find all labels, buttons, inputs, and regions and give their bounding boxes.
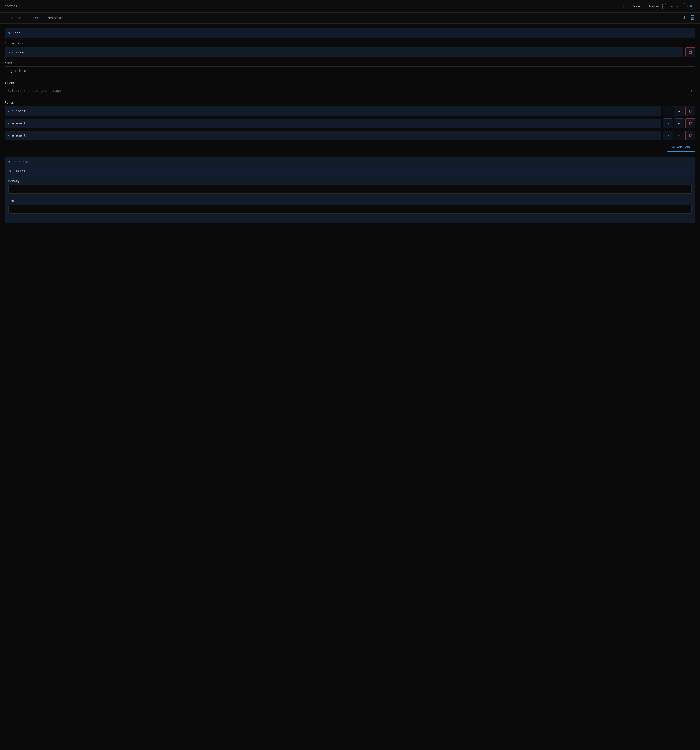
port-element-box-3[interactable]: ▶ element — [5, 131, 661, 140]
tabs-bar: Source Form Metadata — [0, 13, 700, 24]
port3-delete-button[interactable] — [685, 131, 695, 140]
image-label: Image — [5, 81, 695, 85]
container-element-box[interactable]: ▼ element — [5, 47, 683, 57]
add-item-row: ⊕ Add Item — [5, 143, 695, 152]
port3-down-button[interactable] — [674, 131, 684, 140]
svg-rect-0 — [682, 16, 684, 20]
spec-section-header[interactable]: ▼ Spec — [5, 28, 695, 38]
tab-form[interactable]: Form — [26, 13, 43, 23]
port1-down-button[interactable] — [674, 106, 684, 116]
spec-chevron-icon: ▼ — [8, 31, 10, 35]
ports-field-group: Ports ▶ element — [5, 101, 695, 152]
add-item-icon: ⊕ — [672, 145, 675, 149]
header-actions: ← → Scale Restart Deploy Diff — [608, 3, 695, 9]
port1-arrow-icon: ▶ — [8, 110, 9, 113]
port-element-box-1[interactable]: ▶ element — [5, 106, 661, 116]
name-label: Name — [5, 61, 695, 65]
app-title: EDITOR — [5, 5, 18, 8]
svg-rect-1 — [685, 16, 686, 20]
header: EDITOR ← → Scale Restart Deploy Diff — [0, 0, 700, 13]
port-element-row-1: ▶ element — [5, 106, 695, 116]
container-element-row: ▼ element — [5, 47, 695, 57]
cpu-label: CPU — [8, 199, 692, 203]
limits-content: Memory CPU — [5, 175, 695, 223]
port3-up-button[interactable] — [663, 131, 673, 140]
memory-label: Memory — [8, 179, 692, 183]
tab-metadata[interactable]: Metadata — [43, 13, 68, 23]
diff-button[interactable]: Diff — [684, 3, 695, 9]
port2-arrow-icon: ▶ — [8, 122, 9, 125]
resources-section-title: Resources — [12, 160, 30, 164]
port3-label: element — [12, 134, 26, 137]
port1-controls — [663, 106, 695, 116]
port2-controls — [663, 118, 695, 128]
spec-section-title: Spec — [12, 31, 20, 35]
port2-up-button[interactable] — [663, 118, 673, 128]
port2-down-button[interactable] — [674, 118, 684, 128]
port3-controls — [663, 131, 695, 140]
port-element-row-3: ▶ element — [5, 131, 695, 140]
port1-label: element — [12, 109, 26, 113]
tabs-left: Source Form Metadata — [5, 13, 68, 23]
port2-label: element — [12, 121, 26, 125]
restart-button[interactable]: Restart — [646, 3, 663, 9]
name-input[interactable] — [5, 66, 695, 75]
port1-up-button[interactable] — [663, 106, 673, 116]
image-select[interactable]: Select or create your image — [5, 86, 695, 95]
scale-button[interactable]: Scale — [629, 3, 643, 9]
nav-back-button[interactable]: ← — [608, 3, 616, 9]
port3-arrow-icon: ▶ — [8, 134, 9, 137]
image-field-group: Image Select or create your image ▾ — [5, 81, 695, 95]
notes-button[interactable] — [690, 15, 695, 22]
ports-label: Ports — [5, 101, 695, 104]
name-field-group: Name — [5, 61, 695, 75]
main-content: ▼ Spec Containers ▼ element Name — [0, 24, 700, 232]
resources-chevron-icon: ▼ — [8, 160, 10, 164]
tabs-right — [681, 15, 695, 22]
port1-delete-button[interactable] — [685, 106, 695, 116]
port-element-box-2[interactable]: ▶ element — [5, 118, 661, 128]
nav-forward-button[interactable]: → — [619, 3, 626, 9]
containers-label: Containers — [5, 41, 695, 45]
limits-section-header[interactable]: ▼ Limits — [5, 167, 695, 175]
add-item-button[interactable]: ⊕ Add Item — [667, 143, 695, 152]
image-placeholder: Select or create your image — [8, 89, 61, 92]
port-element-row-2: ▶ element — [5, 118, 695, 128]
container-delete-button[interactable] — [685, 47, 695, 57]
deploy-button[interactable]: Deploy — [665, 3, 681, 9]
resources-section: ▼ Resources ▼ Limits Memory — [5, 157, 695, 223]
container-element-chevron-icon: ▼ — [8, 51, 10, 54]
resources-section-header[interactable]: ▼ Resources — [5, 157, 695, 167]
limits-chevron-icon: ▼ — [9, 169, 11, 173]
image-select-wrapper: Select or create your image ▾ — [5, 86, 695, 95]
port2-delete-button[interactable] — [685, 118, 695, 128]
cpu-input[interactable] — [8, 204, 692, 214]
limits-section-title: Limits — [13, 169, 25, 173]
add-item-label: Add Item — [677, 145, 690, 149]
containers-section: Containers ▼ element Name Image — [5, 41, 695, 223]
split-view-button[interactable] — [681, 15, 687, 22]
container-element-label: element — [12, 51, 26, 54]
tab-source[interactable]: Source — [5, 13, 26, 23]
cpu-field-group: CPU — [8, 199, 692, 214]
memory-input[interactable] — [8, 185, 692, 194]
memory-field-group: Memory — [8, 179, 692, 194]
